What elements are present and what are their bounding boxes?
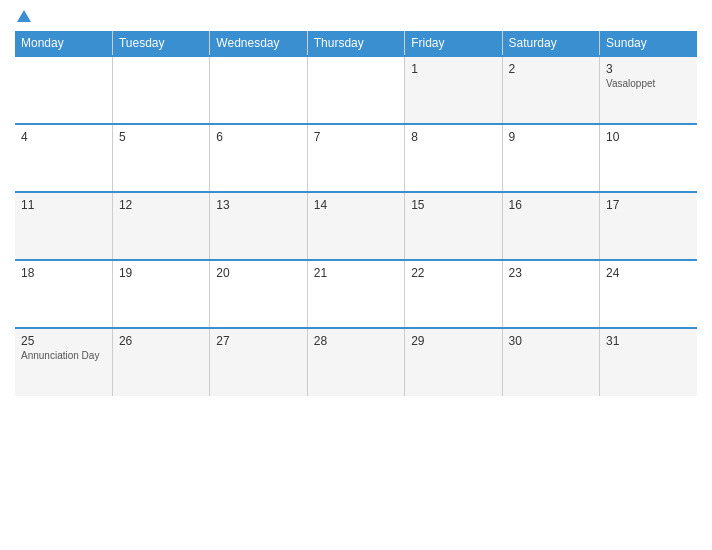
col-header-monday: Monday xyxy=(15,31,112,56)
calendar-cell: 16 xyxy=(502,192,599,260)
calendar-container: MondayTuesdayWednesdayThursdayFridaySatu… xyxy=(0,0,712,550)
calendar-week-row: 123Vasaloppet xyxy=(15,56,697,124)
calendar-cell: 12 xyxy=(112,192,209,260)
day-number: 11 xyxy=(21,198,106,212)
calendar-cell: 4 xyxy=(15,124,112,192)
day-number: 4 xyxy=(21,130,106,144)
col-header-friday: Friday xyxy=(405,31,502,56)
day-number: 25 xyxy=(21,334,106,348)
day-number: 13 xyxy=(216,198,300,212)
day-number: 14 xyxy=(314,198,398,212)
event-label: Annunciation Day xyxy=(21,350,106,361)
day-number: 9 xyxy=(509,130,593,144)
calendar-table: MondayTuesdayWednesdayThursdayFridaySatu… xyxy=(15,31,697,396)
day-number: 21 xyxy=(314,266,398,280)
day-number: 24 xyxy=(606,266,691,280)
calendar-cell: 1 xyxy=(405,56,502,124)
calendar-cell xyxy=(15,56,112,124)
day-number: 12 xyxy=(119,198,203,212)
day-number: 29 xyxy=(411,334,495,348)
calendar-cell: 22 xyxy=(405,260,502,328)
col-header-saturday: Saturday xyxy=(502,31,599,56)
calendar-week-row: 11121314151617 xyxy=(15,192,697,260)
day-number: 31 xyxy=(606,334,691,348)
calendar-cell: 5 xyxy=(112,124,209,192)
calendar-cell: 15 xyxy=(405,192,502,260)
calendar-cell: 14 xyxy=(307,192,404,260)
calendar-cell: 18 xyxy=(15,260,112,328)
day-number: 26 xyxy=(119,334,203,348)
day-number: 6 xyxy=(216,130,300,144)
calendar-week-row: 45678910 xyxy=(15,124,697,192)
calendar-cell: 26 xyxy=(112,328,209,396)
col-header-tuesday: Tuesday xyxy=(112,31,209,56)
col-header-wednesday: Wednesday xyxy=(210,31,307,56)
calendar-cell: 7 xyxy=(307,124,404,192)
calendar-cell: 23 xyxy=(502,260,599,328)
calendar-cell: 24 xyxy=(600,260,697,328)
day-number: 7 xyxy=(314,130,398,144)
col-header-thursday: Thursday xyxy=(307,31,404,56)
calendar-cell: 25Annunciation Day xyxy=(15,328,112,396)
calendar-header-row: MondayTuesdayWednesdayThursdayFridaySatu… xyxy=(15,31,697,56)
calendar-cell: 9 xyxy=(502,124,599,192)
calendar-week-row: 18192021222324 xyxy=(15,260,697,328)
event-label: Vasaloppet xyxy=(606,78,691,89)
calendar-cell: 10 xyxy=(600,124,697,192)
calendar-week-row: 25Annunciation Day262728293031 xyxy=(15,328,697,396)
day-number: 22 xyxy=(411,266,495,280)
calendar-cell: 29 xyxy=(405,328,502,396)
calendar-cell: 27 xyxy=(210,328,307,396)
calendar-cell: 31 xyxy=(600,328,697,396)
day-number: 8 xyxy=(411,130,495,144)
day-number: 18 xyxy=(21,266,106,280)
day-number: 20 xyxy=(216,266,300,280)
calendar-cell xyxy=(210,56,307,124)
day-number: 23 xyxy=(509,266,593,280)
day-number: 30 xyxy=(509,334,593,348)
calendar-cell: 2 xyxy=(502,56,599,124)
logo xyxy=(15,10,32,23)
calendar-cell: 17 xyxy=(600,192,697,260)
calendar-cell: 13 xyxy=(210,192,307,260)
day-number: 10 xyxy=(606,130,691,144)
calendar-cell: 3Vasaloppet xyxy=(600,56,697,124)
col-header-sunday: Sunday xyxy=(600,31,697,56)
calendar-cell: 28 xyxy=(307,328,404,396)
calendar-header xyxy=(15,10,697,23)
day-number: 3 xyxy=(606,62,691,76)
day-number: 15 xyxy=(411,198,495,212)
day-number: 5 xyxy=(119,130,203,144)
day-number: 16 xyxy=(509,198,593,212)
calendar-cell: 30 xyxy=(502,328,599,396)
calendar-cell: 8 xyxy=(405,124,502,192)
calendar-cell: 21 xyxy=(307,260,404,328)
day-number: 19 xyxy=(119,266,203,280)
day-number: 1 xyxy=(411,62,495,76)
calendar-cell xyxy=(307,56,404,124)
day-number: 2 xyxy=(509,62,593,76)
day-number: 17 xyxy=(606,198,691,212)
logo-triangle-icon xyxy=(17,10,31,22)
calendar-cell xyxy=(112,56,209,124)
day-number: 27 xyxy=(216,334,300,348)
calendar-cell: 6 xyxy=(210,124,307,192)
calendar-cell: 20 xyxy=(210,260,307,328)
day-number: 28 xyxy=(314,334,398,348)
calendar-cell: 19 xyxy=(112,260,209,328)
calendar-cell: 11 xyxy=(15,192,112,260)
